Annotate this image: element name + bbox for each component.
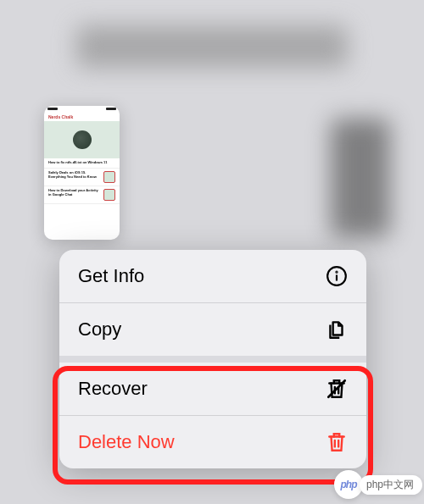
trash-slash-icon	[326, 378, 348, 400]
watermark-text: php中文网	[360, 475, 422, 495]
info-icon	[326, 265, 348, 287]
svg-point-2	[336, 272, 337, 273]
thumbnail-brand: Nerds Chalk	[44, 113, 120, 121]
delete-now-label: Delete Now	[78, 431, 175, 453]
get-info-button[interactable]: Get Info	[59, 250, 366, 302]
delete-now-button[interactable]: Delete Now	[59, 416, 366, 468]
trash-icon	[326, 431, 348, 453]
get-info-label: Get Info	[78, 265, 144, 287]
copy-button[interactable]: Copy	[59, 303, 366, 356]
watermark-logo: php	[334, 470, 363, 499]
copy-icon	[326, 318, 348, 341]
copy-label: Copy	[78, 318, 121, 341]
file-thumbnail: Nerds Chalk How to fix ntfs.dll.txt on W…	[44, 106, 120, 240]
recover-button[interactable]: Recover	[59, 363, 366, 415]
context-menu: Get Info Copy Recover	[59, 250, 366, 468]
recover-label: Recover	[78, 378, 148, 400]
menu-divider-thick	[59, 356, 366, 363]
watermark: php php中文网	[334, 470, 422, 499]
